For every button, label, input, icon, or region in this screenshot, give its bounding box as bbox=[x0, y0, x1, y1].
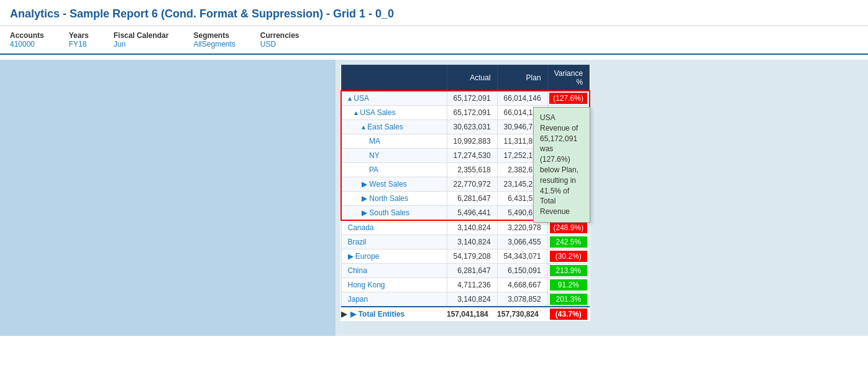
total-row: ▶ ▶ Total Entities 157,041,184 157,730,8… bbox=[341, 307, 590, 321]
actual-cell: 22,770,972 bbox=[447, 177, 497, 192]
actual-cell: 3,140,824 bbox=[447, 235, 497, 249]
actual-cell: 6,281,647 bbox=[447, 192, 497, 206]
plan-cell: 54,343,071 bbox=[497, 249, 547, 264]
plan-cell: 6,150,091 bbox=[497, 264, 547, 278]
plan-cell: 3,078,852 bbox=[497, 292, 547, 307]
row-label-cell: Hong Kong bbox=[341, 278, 447, 292]
row-label-cell: ▶ West Sales bbox=[341, 177, 447, 192]
plan-cell: 4,668,667 bbox=[497, 278, 547, 292]
actual-cell: 5,496,441 bbox=[447, 206, 497, 221]
page-title: Analytics - Sample Report 6 (Cond. Forma… bbox=[0, 0, 868, 26]
row-label-cell: Canada bbox=[341, 220, 447, 235]
actual-cell: 54,179,208 bbox=[447, 249, 497, 264]
left-panel bbox=[0, 60, 336, 336]
col-header-variance: Variance% bbox=[547, 65, 589, 91]
row-label-cell: PA bbox=[341, 163, 447, 177]
actual-cell: 3,140,824 bbox=[447, 292, 497, 307]
right-panel: Actual Plan Variance% ▴ USA65,172,09166,… bbox=[336, 60, 868, 336]
plan-cell: 66,014,146 bbox=[497, 91, 547, 106]
filter-fiscal-calendar[interactable]: Fiscal Calendar Jun bbox=[114, 31, 169, 49]
actual-cell: 30,623,031 bbox=[447, 120, 497, 134]
actual-cell: 65,172,091 bbox=[447, 91, 497, 106]
variance-cell: 213.9% bbox=[547, 264, 589, 278]
table-row: Hong Kong4,711,2364,668,66791.2% bbox=[341, 278, 590, 292]
actual-cell: 65,172,091 bbox=[447, 106, 497, 120]
total-label: ▶ ▶ Total Entities bbox=[341, 307, 447, 321]
variance-cell: 91.2% bbox=[547, 278, 589, 292]
table-row: ▶ Europe54,179,20854,343,071(30.2%) bbox=[341, 249, 590, 264]
grid-container: Actual Plan Variance% ▴ USA65,172,09166,… bbox=[340, 65, 590, 321]
variance-cell: (30.2%) bbox=[547, 249, 589, 264]
main-content: Actual Plan Variance% ▴ USA65,172,09166,… bbox=[0, 55, 868, 341]
variance-cell: 242.5% bbox=[547, 235, 589, 249]
filter-accounts[interactable]: Accounts 410000 bbox=[10, 31, 44, 49]
variance-cell: (127.6%) bbox=[547, 91, 589, 106]
actual-cell: 2,355,618 bbox=[447, 163, 497, 177]
filter-currencies[interactable]: Currencies USD bbox=[260, 31, 299, 49]
actual-cell: 3,140,824 bbox=[447, 220, 497, 235]
row-label-cell: Japan bbox=[341, 292, 447, 307]
row-label-cell: ▴ East Sales bbox=[341, 120, 447, 134]
table-row: Japan3,140,8243,078,852201.3% bbox=[341, 292, 590, 307]
table-row: ▴ USA65,172,09166,014,146(127.6%) bbox=[341, 91, 590, 106]
row-label-cell: ▶ Europe bbox=[341, 249, 447, 264]
filters-bar: Accounts 410000 Years FY18 Fiscal Calend… bbox=[0, 26, 868, 55]
col-header-label bbox=[341, 65, 447, 91]
plan-cell: 3,066,455 bbox=[497, 235, 547, 249]
filter-years[interactable]: Years FY18 bbox=[69, 31, 89, 49]
tooltip: USA Revenue of 65,172,091 was (127.6%) b… bbox=[533, 107, 590, 223]
row-label-cell: ▴ USA Sales bbox=[341, 106, 447, 120]
total-plan: 157,730,824 bbox=[497, 307, 547, 321]
row-label-cell: NY bbox=[341, 149, 447, 163]
actual-cell: 6,281,647 bbox=[447, 264, 497, 278]
variance-cell: 201.3% bbox=[547, 292, 589, 307]
row-label-cell: ▶ North Sales bbox=[341, 192, 447, 206]
col-header-actual: Actual bbox=[447, 65, 497, 91]
expand-icon[interactable]: ▶ bbox=[341, 310, 347, 316]
row-label-cell: MA bbox=[341, 134, 447, 149]
actual-cell: 4,711,236 bbox=[447, 278, 497, 292]
filter-segments[interactable]: Segments AllSegments bbox=[193, 31, 235, 49]
actual-cell: 17,274,530 bbox=[447, 149, 497, 163]
col-header-plan: Plan bbox=[497, 65, 547, 91]
total-variance: (43.7%) bbox=[547, 307, 589, 321]
row-label-cell: ▶ South Sales bbox=[341, 206, 447, 221]
row-label-cell: ▴ USA bbox=[341, 91, 447, 106]
total-actual: 157,041,184 bbox=[447, 307, 497, 321]
row-label-cell: Brazil bbox=[341, 235, 447, 249]
table-row: China6,281,6476,150,091213.9% bbox=[341, 264, 590, 278]
table-row: Brazil3,140,8243,066,455242.5% bbox=[341, 235, 590, 249]
row-label-cell: China bbox=[341, 264, 447, 278]
actual-cell: 10,992,883 bbox=[447, 134, 497, 149]
